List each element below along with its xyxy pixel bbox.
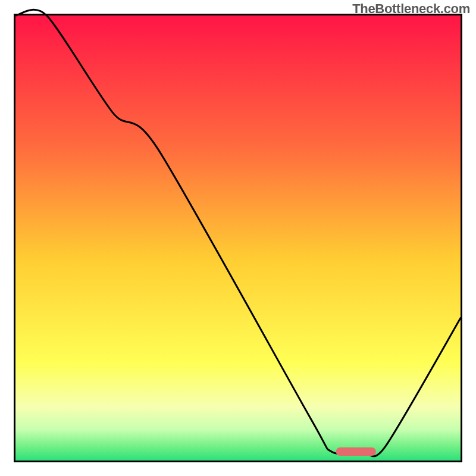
gradient-background bbox=[15, 15, 461, 461]
optimal-marker bbox=[336, 447, 376, 456]
watermark-text: TheBottleneck.com bbox=[352, 1, 470, 17]
bottleneck-chart bbox=[0, 0, 476, 476]
